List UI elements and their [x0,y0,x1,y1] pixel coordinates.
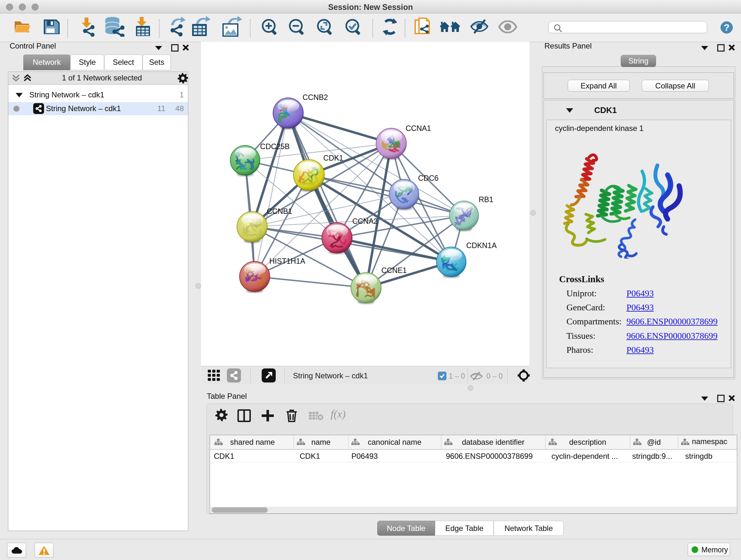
svg-text:CCNB2: CCNB2 [302,93,328,102]
svg-text:CCNA2: CCNA2 [352,217,378,226]
svg-text:HIST1H1A: HIST1H1A [269,257,306,265]
svg-text:CCNB1: CCNB1 [267,207,292,215]
svg-text:CDK1: CDK1 [323,154,343,162]
svg-text:CCNA1: CCNA1 [406,124,431,132]
svg-text:CDC25B: CDC25B [260,142,290,151]
svg-text:CCNE1: CCNE1 [381,266,407,274]
svg-text:RB1: RB1 [479,195,493,204]
svg-text:CDKN1A: CDKN1A [466,241,497,250]
svg-text:CDC6: CDC6 [418,174,439,182]
